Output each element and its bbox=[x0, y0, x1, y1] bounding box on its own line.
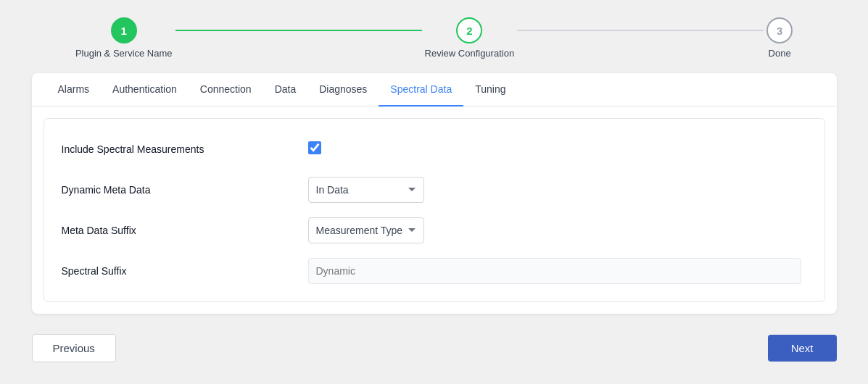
stepper-label-3: Done bbox=[769, 48, 791, 59]
tab-bar: Alarms Authentication Connection Data Di… bbox=[32, 73, 837, 107]
control-include-spectral bbox=[308, 141, 801, 157]
stepper-circle-1: 1 bbox=[111, 17, 137, 43]
field-spectral-suffix: Spectral Suffix bbox=[62, 258, 807, 284]
label-dynamic-meta: Dynamic Meta Data bbox=[62, 184, 308, 196]
bottom-bar: Previous Next bbox=[32, 320, 837, 377]
field-include-spectral: Include Spectral Measurements bbox=[62, 136, 807, 162]
stepper: 1 Plugin & Service Name 2 Review Configu… bbox=[0, 0, 868, 73]
stepper-item-3: 3 Done bbox=[766, 17, 793, 59]
control-meta-suffix: Measurement Type None Custom bbox=[308, 217, 801, 243]
stepper-label-1: Plugin & Service Name bbox=[75, 48, 173, 59]
control-spectral-suffix bbox=[308, 258, 801, 284]
select-meta-suffix[interactable]: Measurement Type None Custom bbox=[308, 217, 424, 243]
stepper-circle-3: 3 bbox=[766, 17, 793, 43]
stepper-circle-2: 2 bbox=[456, 17, 482, 43]
previous-button[interactable]: Previous bbox=[32, 334, 116, 362]
field-dynamic-meta: Dynamic Meta Data In Data In Header None bbox=[62, 177, 807, 203]
tab-data[interactable]: Data bbox=[263, 73, 308, 107]
stepper-item-2: 2 Review Configuration bbox=[425, 17, 515, 59]
stepper-line-2 bbox=[517, 30, 764, 31]
label-meta-suffix: Meta Data Suffix bbox=[62, 225, 308, 236]
checkbox-include-spectral[interactable] bbox=[308, 141, 321, 154]
select-dynamic-meta[interactable]: In Data In Header None bbox=[308, 177, 424, 203]
control-dynamic-meta: In Data In Header None bbox=[308, 177, 801, 203]
tab-spectral-data[interactable]: Spectral Data bbox=[379, 73, 463, 107]
main-card: Alarms Authentication Connection Data Di… bbox=[32, 73, 837, 314]
stepper-item-1: 1 Plugin & Service Name bbox=[75, 17, 173, 59]
form-section: Include Spectral Measurements Dynamic Me… bbox=[44, 118, 825, 302]
input-spectral-suffix bbox=[308, 258, 801, 284]
stepper-line-1 bbox=[175, 30, 422, 31]
tab-connection[interactable]: Connection bbox=[189, 73, 263, 107]
tab-diagnoses[interactable]: Diagnoses bbox=[307, 73, 379, 107]
label-include-spectral: Include Spectral Measurements bbox=[62, 143, 308, 155]
stepper-label-2: Review Configuration bbox=[425, 48, 515, 59]
tab-tuning[interactable]: Tuning bbox=[463, 73, 517, 107]
tab-authentication[interactable]: Authentication bbox=[101, 73, 189, 107]
next-button[interactable]: Next bbox=[768, 335, 837, 362]
label-spectral-suffix: Spectral Suffix bbox=[62, 265, 308, 277]
tab-alarms[interactable]: Alarms bbox=[46, 73, 102, 107]
field-meta-suffix: Meta Data Suffix Measurement Type None C… bbox=[62, 217, 807, 243]
